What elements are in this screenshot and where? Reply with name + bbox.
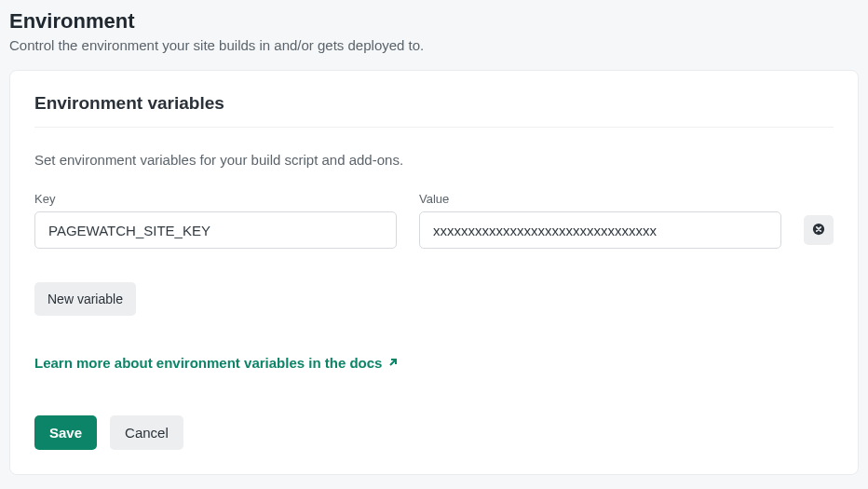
- page-subtitle: Control the environment your site builds…: [9, 37, 859, 53]
- cancel-button[interactable]: Cancel: [110, 415, 183, 450]
- page-title: Environment: [9, 9, 859, 34]
- key-label: Key: [34, 192, 397, 206]
- variable-row: Key Value: [34, 192, 834, 249]
- close-circle-icon: [812, 223, 825, 238]
- external-link-icon: [387, 355, 399, 371]
- docs-link[interactable]: Learn more about environment variables i…: [34, 355, 399, 371]
- section-title: Environment variables: [34, 93, 834, 128]
- value-input[interactable]: [419, 211, 781, 249]
- delete-variable-button[interactable]: [804, 215, 834, 245]
- environment-variables-card: Environment variables Set environment va…: [9, 70, 859, 475]
- key-field: Key: [34, 192, 397, 249]
- docs-link-text: Learn more about environment variables i…: [34, 355, 382, 371]
- form-actions: Save Cancel: [34, 415, 834, 450]
- new-variable-button[interactable]: New variable: [34, 282, 136, 316]
- section-description: Set environment variables for your build…: [34, 152, 834, 168]
- value-label: Value: [419, 192, 781, 206]
- value-field: Value: [419, 192, 781, 249]
- key-input[interactable]: [34, 211, 397, 249]
- save-button[interactable]: Save: [34, 415, 97, 450]
